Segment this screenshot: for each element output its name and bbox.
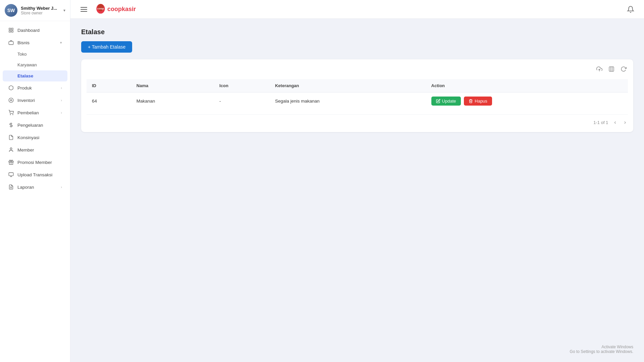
pagination-prev-button[interactable]: ‹ xyxy=(612,118,618,127)
svg-point-10 xyxy=(10,148,12,149)
bisnis-icon xyxy=(8,40,14,46)
sidebar-item-toko[interactable]: Toko xyxy=(3,49,67,59)
col-action: Action xyxy=(426,79,628,93)
produk-label: Produk xyxy=(17,85,32,90)
svg-point-7 xyxy=(10,114,10,115)
chevron-right-icon5: › xyxy=(61,185,62,189)
delete-button[interactable]: Hapus xyxy=(464,97,492,106)
avatar: SW xyxy=(5,4,17,17)
sidebar-item-pembelian[interactable]: Pembelian › xyxy=(3,107,67,119)
col-icon: Icon xyxy=(214,79,270,93)
konsinyasi-icon xyxy=(8,134,14,140)
cell-action: Update Hapus xyxy=(426,93,628,110)
sidebar-nav: Dashboard Bisnis ▾ Toko Karyawan Etalase xyxy=(0,21,70,196)
dashboard-icon xyxy=(8,27,14,33)
svg-rect-2 xyxy=(9,31,11,32)
karyawan-label: Karyawan xyxy=(17,62,37,67)
laporan-label: Laporan xyxy=(17,185,34,190)
hamburger-menu[interactable] xyxy=(78,5,89,14)
sidebar-item-etalase[interactable]: Etalase xyxy=(3,70,67,81)
sidebar-item-dashboard[interactable]: Dashboard xyxy=(3,24,67,36)
pembelian-label: Pembelian xyxy=(17,110,39,115)
sidebar-item-pengeluaran[interactable]: Pengeluaran xyxy=(3,119,67,131)
sidebar-item-laporan[interactable]: Laporan › xyxy=(3,181,67,193)
konsinyasi-label: Konsinyasi xyxy=(17,135,39,140)
svg-rect-13 xyxy=(9,173,13,176)
chevron-right-icon4: › xyxy=(61,111,62,115)
sidebar-item-upload-transaksi[interactable]: Upload Transaksi xyxy=(3,169,67,181)
svg-point-5 xyxy=(9,98,13,102)
update-button[interactable]: Update xyxy=(431,97,461,106)
chevron-right-icon2: › xyxy=(61,86,62,90)
table-toolbar xyxy=(87,65,628,75)
table-header-row: ID Nama Icon Keterangan Action xyxy=(87,79,628,93)
cell-icon: - xyxy=(214,93,270,110)
cell-nama: Makanan xyxy=(131,93,214,110)
chevron-right-icon3: › xyxy=(61,98,62,102)
upload-transaksi-label: Upload Transaksi xyxy=(17,172,52,177)
laporan-icon xyxy=(8,184,14,190)
user-profile-header[interactable]: SW Smithy Weber J... Store owner ▾ xyxy=(0,0,70,21)
sidebar-item-konsinyasi[interactable]: Konsinyasi xyxy=(3,131,67,143)
promosi-icon xyxy=(8,159,14,165)
main-area: coop coopkasir Etalase + Tambah Etalase xyxy=(70,0,644,362)
svg-text:coop: coop xyxy=(97,7,104,10)
toko-label: Toko xyxy=(17,52,26,57)
upload-toolbar-icon[interactable] xyxy=(595,65,604,75)
chevron-down-icon: ▾ xyxy=(63,8,65,13)
content-area: Etalase + Tambah Etalase xyxy=(70,19,644,362)
logo-text: coopkasir xyxy=(107,6,136,13)
cell-id: 64 xyxy=(87,93,131,110)
logo-icon: coop xyxy=(95,3,107,15)
table-card: ID Nama Icon Keterangan Action 64 Makana… xyxy=(81,59,633,132)
refresh-toolbar-icon[interactable] xyxy=(619,65,628,75)
etalase-table: ID Nama Icon Keterangan Action 64 Makana… xyxy=(87,79,628,110)
etalase-label: Etalase xyxy=(17,73,33,78)
sidebar-item-karyawan[interactable]: Karyawan xyxy=(3,60,67,70)
svg-point-6 xyxy=(10,100,12,101)
svg-rect-3 xyxy=(11,31,13,32)
col-id: ID xyxy=(87,79,131,93)
pagination-next-button[interactable]: › xyxy=(622,118,628,127)
col-nama: Nama xyxy=(131,79,214,93)
pembelian-icon xyxy=(8,110,14,116)
svg-rect-1 xyxy=(11,28,13,30)
pengeluaran-icon xyxy=(8,122,14,128)
user-info: Smithy Weber J... Store owner xyxy=(21,6,60,15)
username: Smithy Weber J... xyxy=(21,6,60,11)
notification-bell-icon[interactable] xyxy=(625,4,636,15)
cell-keterangan: Segala jenis makanan xyxy=(270,93,426,110)
bisnis-label: Bisnis xyxy=(17,40,30,45)
svg-rect-0 xyxy=(9,28,11,30)
page-title: Etalase xyxy=(81,28,633,36)
user-role: Store owner xyxy=(21,11,60,15)
svg-point-8 xyxy=(13,114,13,115)
promosi-member-label: Promosi Member xyxy=(17,160,52,165)
pengeluaran-label: Pengeluaran xyxy=(17,123,43,128)
svg-rect-4 xyxy=(9,42,13,45)
inventori-icon xyxy=(8,97,14,103)
sidebar: SW Smithy Weber J... Store owner ▾ Dashb… xyxy=(0,0,70,362)
pagination-info: 1-1 of 1 xyxy=(593,120,608,125)
member-label: Member xyxy=(17,147,34,153)
dashboard-label: Dashboard xyxy=(17,28,40,33)
add-etalase-button[interactable]: + Tambah Etalase xyxy=(81,41,132,53)
logo-coop: coop xyxy=(107,6,122,12)
sidebar-item-promosi-member[interactable]: Promosi Member xyxy=(3,156,67,168)
pagination: 1-1 of 1 ‹ › xyxy=(87,114,628,127)
sidebar-item-produk[interactable]: Produk › xyxy=(3,82,67,94)
sidebar-item-inventori[interactable]: Inventori › xyxy=(3,94,67,106)
upload-icon xyxy=(8,172,14,178)
sidebar-item-member[interactable]: Member xyxy=(3,144,67,156)
sidebar-item-bisnis[interactable]: Bisnis ▾ xyxy=(3,37,67,49)
produk-icon xyxy=(8,85,14,91)
inventori-label: Inventori xyxy=(17,98,35,103)
table-row: 64 Makanan - Segala jenis makanan Update xyxy=(87,93,628,110)
col-keterangan: Keterangan xyxy=(270,79,426,93)
logo: coop coopkasir xyxy=(95,3,136,15)
svg-rect-22 xyxy=(609,67,614,71)
chevron-right-icon: ▾ xyxy=(60,41,62,45)
columns-toolbar-icon[interactable] xyxy=(607,65,616,75)
member-icon xyxy=(8,147,14,153)
logo-kasir: kasir xyxy=(122,6,136,12)
